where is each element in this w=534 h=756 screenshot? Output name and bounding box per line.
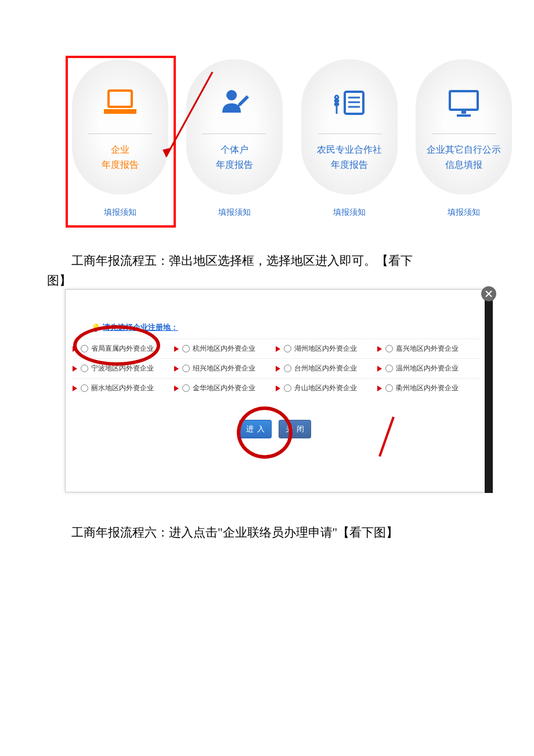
region-option[interactable]: 杭州地区内外资企业 — [175, 344, 277, 354]
red-triangle-icon — [174, 386, 179, 391]
notice-link[interactable]: 填报须知 — [218, 207, 251, 218]
red-triangle-icon — [276, 386, 280, 391]
card-other-publicity[interactable]: 企业其它自行公示信息填报 填报须知 — [416, 59, 513, 218]
dialog-prompt: 💡 请先选择企业注册地： — [91, 322, 178, 333]
region-option[interactable]: 嘉兴地区内外资企业 — [378, 344, 480, 354]
svg-rect-1 — [104, 109, 136, 114]
card-title: 企业其它自行公示信息填报 — [427, 142, 501, 172]
region-option[interactable]: 舟山地区内外资企业 — [277, 383, 378, 393]
red-triangle-icon — [276, 366, 280, 372]
region-option[interactable]: 丽水地区内外资企业 — [74, 383, 175, 393]
notice-link[interactable]: 填报须知 — [448, 207, 480, 218]
card-coop[interactable]: 农民专业合作社年度报告 填报须知 — [301, 59, 398, 218]
card-title: 个体户年度报告 — [216, 142, 253, 172]
region-option[interactable]: 宁波地区内外资企业 — [74, 363, 175, 373]
region-option[interactable]: 金华地区内外资企业 — [175, 383, 277, 393]
svg-rect-9 — [457, 114, 471, 117]
svg-rect-0 — [109, 91, 132, 107]
card-individual[interactable]: 个体户年度报告 填报须知 — [186, 59, 284, 218]
region-dialog: 💡 请先选择企业注册地： 省局直属内外资企业 杭州地区内外资企业 湖州地区内外资… — [65, 289, 485, 492]
notice-link[interactable]: 填报须知 — [104, 207, 136, 218]
enter-button[interactable]: 进入 — [239, 420, 272, 438]
region-option[interactable]: 衢州地区内外资企业 — [378, 383, 480, 393]
red-triangle-icon — [276, 346, 280, 352]
red-triangle-icon — [377, 366, 382, 372]
laptop-icon — [103, 82, 138, 123]
svg-rect-8 — [461, 111, 466, 114]
person-icon — [219, 82, 250, 123]
svg-rect-7 — [450, 91, 478, 110]
monitor-icon — [448, 82, 480, 123]
region-option[interactable]: 湖州地区内外资企业 — [277, 344, 378, 354]
step-six-text: 工商年报流程六：进入点击"企业联络员办理申请"【看下图】 — [47, 523, 488, 542]
region-option[interactable]: 温州地区内外资企业 — [378, 363, 480, 373]
region-option[interactable]: 台州地区内外资企业 — [277, 363, 378, 373]
red-triangle-icon — [174, 366, 179, 372]
dialog-button-row: 进入 关闭 — [66, 420, 485, 438]
dialog-frame-edge — [485, 290, 493, 493]
option-cards-row: 企业年度报告 填报须知 个体户年度报告 填报须知 — [71, 59, 513, 218]
region-option[interactable]: 绍兴地区内外资企业 — [175, 363, 277, 373]
red-triangle-icon — [73, 346, 77, 352]
red-triangle-icon — [377, 346, 382, 352]
card-title: 农民专业合作社年度报告 — [317, 142, 382, 172]
notice-link[interactable]: 填报须知 — [333, 207, 366, 218]
step-five-text: 工商年报流程五：弹出地区选择框，选择地区进入即可。【看下图】 — [47, 251, 488, 290]
card-title: 企业年度报告 — [102, 142, 139, 172]
red-triangle-icon — [377, 386, 382, 391]
region-option[interactable]: 省局直属内外资企业 — [74, 344, 175, 354]
svg-point-2 — [226, 90, 237, 100]
red-triangle-icon — [73, 366, 77, 372]
close-icon[interactable] — [481, 286, 496, 301]
close-button[interactable]: 关闭 — [279, 420, 311, 438]
lightbulb-icon: 💡 — [91, 323, 100, 332]
card-enterprise[interactable]: 企业年度报告 填报须知 — [71, 59, 169, 218]
region-radio-grid: 省局直属内外资企业 杭州地区内外资企业 湖州地区内外资企业 嘉兴地区内外资企业 … — [74, 339, 480, 398]
wheat-doc-icon — [332, 82, 367, 123]
red-triangle-icon — [73, 386, 77, 391]
red-triangle-icon — [174, 346, 179, 352]
